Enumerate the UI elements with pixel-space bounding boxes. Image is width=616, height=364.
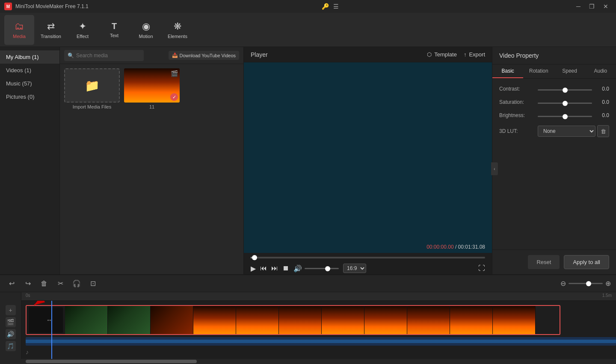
properties-header: Video Property [492, 47, 616, 65]
template-button[interactable]: ⬡ Template [427, 51, 457, 58]
sidebar-item-pictures[interactable]: Pictures (0) [0, 90, 59, 103]
sidebar-item-my-album[interactable]: My Album (1) [0, 50, 59, 64]
audio-button[interactable]: 🎧 [70, 277, 83, 290]
check-badge: ✓ [170, 93, 178, 101]
sidebar-item-videos[interactable]: Videos (1) [0, 64, 59, 77]
app-logo: M [4, 3, 12, 10]
add-track-button[interactable]: + [6, 305, 16, 315]
import-icon: 📁 [85, 79, 100, 93]
saturation-row: Saturation: 0.0 [499, 99, 609, 105]
playhead[interactable] [51, 301, 52, 359]
next-button[interactable]: ⏭ [271, 264, 278, 272]
lut-select[interactable]: None [538, 126, 595, 137]
collapse-panel-toggle[interactable]: ‹ [491, 162, 498, 175]
contrast-slider[interactable] [538, 89, 592, 91]
tab-basic[interactable]: Basic [492, 65, 523, 78]
close-button[interactable]: ✕ [600, 2, 612, 11]
export-icon: ↑ [464, 51, 467, 58]
player-panel: Player ⬡ Template ↑ Export [244, 47, 492, 274]
clip-thumb-7 [322, 306, 364, 335]
titlebar-left: M MiniTool MovieMaker Free 7.1.1 [4, 3, 89, 10]
toolbar-motion[interactable]: ◉ Motion [131, 15, 161, 45]
timeline-scrollbar[interactable] [0, 359, 616, 364]
crop-button[interactable]: ⊡ [86, 277, 99, 290]
player-actions: ⬡ Template ↑ Export [427, 51, 485, 58]
progress-bar[interactable] [251, 257, 485, 258]
play-button[interactable]: ▶ [251, 264, 256, 273]
import-label: Import Media Files [64, 104, 120, 109]
volume-control: 🔊 [293, 264, 339, 273]
timeline: ↩ ↪ 🗑 ✂ 🎧 ⊡ ⊖ ⊕ + 🎬 🔊 🎵 0s 1.5m [0, 274, 616, 364]
zoom-slider[interactable] [569, 283, 603, 284]
clip-thumb-2 [108, 306, 151, 335]
lut-delete-button[interactable]: 🗑 [597, 125, 609, 137]
brightness-label: Brightness: [499, 112, 538, 118]
template-icon: ⬡ [427, 51, 432, 58]
import-thumb: 📁 [64, 68, 120, 103]
toolbar: 🗂 Media ⇄ Transition ✦ Effect T Text ◉ M… [0, 13, 616, 47]
toolbar-media[interactable]: 🗂 Media [4, 15, 34, 45]
timeline-scroll-thumb[interactable] [26, 360, 197, 363]
tab-rotation[interactable]: Rotation [523, 65, 554, 78]
redo-button[interactable]: ↪ [21, 277, 34, 290]
key-icon[interactable]: 🔑 [322, 3, 329, 10]
zoom-out-button[interactable]: ⊖ [560, 279, 566, 288]
volume-icon[interactable]: 🔊 [293, 264, 302, 273]
download-youtube-button[interactable]: 📥 Download YouTube Videos [169, 51, 240, 60]
restore-button[interactable]: ❐ [586, 2, 598, 11]
clip-11-thumb: 🎬 ✓ [124, 68, 180, 103]
brightness-slider[interactable] [538, 116, 592, 117]
total-time: 00:01:31.08 [458, 244, 485, 250]
import-media-item[interactable]: 📁 Import Media Files [64, 68, 120, 109]
app-title: MiniTool MovieMaker Free 7.1.1 [15, 3, 89, 9]
reset-button[interactable]: Reset [528, 255, 560, 269]
undo-button[interactable]: ↩ [5, 277, 18, 290]
effect-icon: ✦ [79, 21, 86, 32]
sidebar-item-music[interactable]: Music (57) [0, 77, 59, 90]
main-content: My Album (1) Videos (1) Music (57) Pictu… [0, 47, 616, 274]
audio-waveform [26, 337, 616, 346]
elements-icon: ❋ [174, 21, 181, 32]
clip-thumb-5 [236, 306, 279, 335]
tab-audio[interactable]: Audio [585, 65, 616, 78]
saturation-slider-wrap [538, 99, 592, 105]
video-clip[interactable] [26, 305, 560, 335]
titlebar: M MiniTool MovieMaker Free 7.1.1 🔑 ☰ ─ ❐… [0, 0, 616, 13]
aspect-ratio-select[interactable]: 16:9 4:3 1:1 9:16 [343, 264, 366, 273]
text-icon: T [112, 21, 117, 31]
player-title: Player [251, 51, 268, 58]
text-label: Text [110, 33, 118, 38]
minimize-button[interactable]: ─ [572, 2, 584, 11]
cut-button[interactable]: ✂ [54, 277, 67, 290]
delete-button[interactable]: 🗑 [38, 277, 50, 290]
tab-speed[interactable]: Speed [554, 65, 585, 78]
properties-panel: Video Property Basic Rotation Speed Audi… [492, 47, 616, 274]
titlebar-icons: 🔑 ☰ [322, 3, 339, 10]
clip-11-item[interactable]: 🎬 ✓ 11 [124, 68, 180, 109]
toolbar-transition[interactable]: ⇄ Transition [36, 15, 66, 45]
fullscreen-button[interactable]: ⛶ [478, 264, 485, 272]
media-content: 📁 Import Media Files 🎬 ✓ 11 [60, 64, 243, 274]
music-track: ♪ [26, 346, 616, 358]
timeline-ruler: 0s 1.5m [21, 292, 616, 301]
toolbar-effect[interactable]: ✦ Effect [68, 15, 98, 45]
properties-tabs: Basic Rotation Speed Audio [492, 65, 616, 79]
controls-row: ▶ ⏮ ⏭ ⏹ 🔊 16:9 4:3 1:1 9:16 ⛶ [251, 264, 485, 273]
prev-button[interactable]: ⏮ [260, 264, 267, 272]
brightness-value: 0.0 [592, 112, 609, 118]
toolbar-text[interactable]: T Text [99, 15, 129, 45]
clip-drag-handle[interactable]: ↔ [30, 305, 68, 335]
toolbar-elements[interactable]: ❋ Elements [163, 15, 192, 45]
motion-label: Motion [139, 34, 153, 39]
stop-button[interactable]: ⏹ [282, 264, 289, 272]
zoom-in-button[interactable]: ⊕ [605, 279, 611, 288]
search-input[interactable] [64, 50, 144, 61]
saturation-slider[interactable] [538, 103, 592, 104]
menu-icon[interactable]: ☰ [333, 3, 339, 10]
effect-label: Effect [77, 34, 89, 39]
export-button[interactable]: ↑ Export [464, 51, 485, 58]
music-note-icon: ♪ [26, 349, 29, 355]
apply-to-all-button[interactable]: Apply to all [564, 255, 609, 269]
volume-slider[interactable] [305, 268, 339, 269]
svg-line-1 [34, 301, 73, 305]
